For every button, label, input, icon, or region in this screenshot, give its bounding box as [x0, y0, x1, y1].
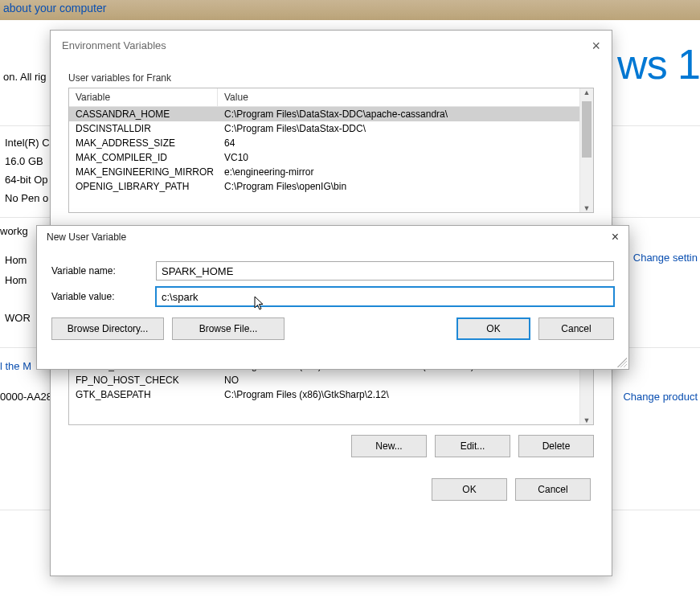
- table-row[interactable]: OPENIG_LIBRARY_PATHC:\Program Files\open…: [69, 179, 593, 194]
- close-icon[interactable]: ×: [612, 226, 619, 248]
- workgroup-value: WOR: [5, 312, 31, 324]
- change-settings-link[interactable]: Change settin: [633, 252, 698, 264]
- copyright-text: on. All rig: [3, 71, 46, 83]
- variable-name-label: Variable name:: [51, 265, 156, 276]
- home-label-1: Hom: [5, 254, 27, 266]
- cancel-button[interactable]: Cancel: [538, 317, 614, 340]
- env-titlebar[interactable]: Environment Variables ×: [51, 31, 612, 61]
- table-row[interactable]: MAK_COMPILER_IDVC10: [69, 150, 593, 165]
- scroll-down-icon[interactable]: ▼: [580, 416, 593, 424]
- newvar-titlebar[interactable]: New User Variable ×: [37, 226, 628, 248]
- table-row[interactable]: GTK_BASEPATHC:\Program Files (x86)\GtkSh…: [69, 387, 593, 402]
- table-row[interactable]: DSCINSTALLDIRC:\Program Files\DataStax-D…: [69, 121, 593, 136]
- table-row[interactable]: CASSANDRA_HOMEC:\Program Files\DataStax-…: [69, 107, 593, 121]
- scroll-up-icon[interactable]: ▲: [580, 88, 593, 96]
- user-vars-section-label: User variables for Frank: [68, 72, 594, 84]
- table-row[interactable]: FP_NO_HOST_CHECKNO: [69, 373, 593, 387]
- resize-grip-icon[interactable]: [617, 358, 627, 367]
- ok-button[interactable]: OK: [456, 317, 530, 340]
- env-title: Environment Variables: [62, 31, 166, 61]
- pen-label: No Pen o: [5, 192, 48, 204]
- processor-label: Intel(R) C: [5, 137, 50, 149]
- cancel-button[interactable]: Cancel: [515, 478, 591, 501]
- scrollbar[interactable]: ▲ ▼: [579, 88, 593, 212]
- variable-value-label: Variable value:: [51, 291, 156, 302]
- table-row[interactable]: MAK_ENGINEERING_MIRRORe:\engineering-mir…: [69, 165, 593, 179]
- scroll-down-icon[interactable]: ▼: [580, 204, 593, 212]
- column-value[interactable]: Value: [218, 88, 593, 106]
- browse-file-button[interactable]: Browse File...: [172, 317, 285, 340]
- workgroup-label: workg: [0, 225, 28, 237]
- new-button[interactable]: New...: [351, 435, 427, 457]
- system-vars-buttons: New... Edit... Delete: [68, 435, 594, 457]
- product-id-value: 0000-AA28: [0, 391, 52, 403]
- new-user-variable-dialog: New User Variable × Variable name: Varia…: [36, 225, 629, 370]
- systype-label: 64-bit Op: [5, 174, 47, 186]
- table-header: Variable Value: [69, 88, 593, 107]
- scroll-thumb[interactable]: [582, 101, 592, 158]
- table-row[interactable]: MAK_ADDRESS_SIZE64: [69, 136, 593, 150]
- column-variable[interactable]: Variable: [69, 88, 218, 106]
- help-link[interactable]: about your computer: [3, 2, 106, 14]
- edit-button[interactable]: Edit...: [435, 435, 510, 457]
- activation-link[interactable]: l the M: [0, 360, 31, 372]
- delete-button[interactable]: Delete: [518, 435, 594, 457]
- change-product-key-link[interactable]: Change product: [623, 391, 698, 403]
- home-label-2: Hom: [5, 274, 27, 286]
- variable-name-input[interactable]: [156, 261, 614, 281]
- close-icon[interactable]: ×: [592, 31, 600, 61]
- env-dialog-buttons: OK Cancel: [68, 478, 594, 501]
- browse-directory-button[interactable]: Browse Directory...: [51, 317, 164, 340]
- ram-label: 16.0 GB: [5, 155, 43, 167]
- newvar-title: New User Variable: [47, 226, 126, 248]
- windows-wordmark: ws 1: [617, 40, 700, 88]
- ok-button[interactable]: OK: [432, 478, 507, 501]
- variable-value-input[interactable]: [156, 287, 614, 306]
- user-vars-table[interactable]: Variable Value CASSANDRA_HOMEC:\Program …: [68, 88, 594, 213]
